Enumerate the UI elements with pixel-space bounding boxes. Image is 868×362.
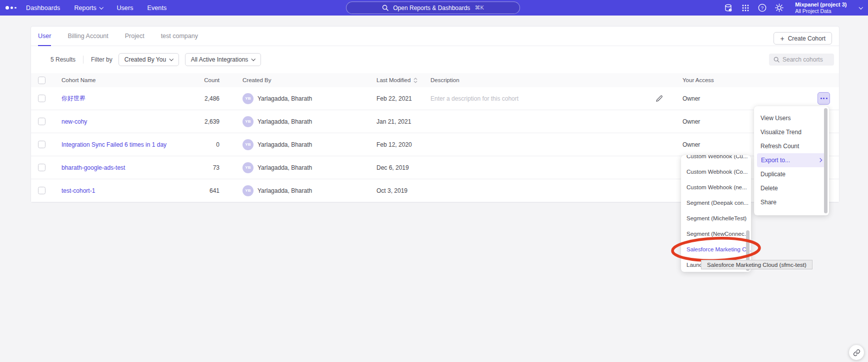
- row-checkbox[interactable]: [38, 141, 46, 148]
- salesforce-tooltip: Salesforce Marketing Cloud (sfmc-test): [701, 260, 812, 269]
- select-all-checkbox[interactable]: [38, 77, 46, 84]
- nav-dashboards-label: Dashboards: [26, 5, 60, 12]
- row-checkbox[interactable]: [38, 187, 46, 194]
- help-icon[interactable]: ?: [758, 4, 766, 12]
- pencil-icon[interactable]: [655, 87, 663, 110]
- nav-events-label: Events: [148, 5, 167, 12]
- last-modified-value: Feb 12, 2020: [376, 133, 412, 156]
- avatar: YB: [242, 162, 254, 173]
- table-row[interactable]: 你好世界 2,486 YB Yarlagadda, Bharath Feb 22…: [31, 87, 839, 110]
- cohort-count: 0: [174, 133, 220, 156]
- menu-item-share[interactable]: Share: [754, 195, 829, 209]
- menu-item-visualize-trend[interactable]: Visualize Trend: [754, 125, 829, 139]
- integrations-filter-label: All Active Integrations: [191, 56, 248, 63]
- chevron-down-icon: [858, 5, 862, 9]
- link-icon: [853, 349, 860, 356]
- last-modified-value: Feb 22, 2021: [376, 87, 412, 110]
- cohort-tabs: User Billing Account Project test compan…: [31, 27, 839, 46]
- col-description: Description: [430, 73, 460, 87]
- plus-icon: +: [780, 35, 784, 43]
- search-cohorts-input[interactable]: Search cohorts: [769, 54, 834, 66]
- col-last-modified[interactable]: Last Modified: [376, 73, 418, 87]
- table-row[interactable]: Integration Sync Failed 6 times in 1 day…: [31, 133, 839, 156]
- access-value: Owner: [682, 133, 700, 156]
- cohort-name-link[interactable]: test-cohort-1: [62, 179, 95, 202]
- access-value: Owner: [682, 87, 700, 110]
- divider: [83, 56, 84, 64]
- description-placeholder[interactable]: Enter a description for this cohort: [430, 87, 518, 110]
- tab-project[interactable]: Project: [125, 27, 144, 46]
- last-modified-value: Jan 21, 2021: [376, 110, 411, 133]
- menu-item-export-to[interactable]: Export to...: [757, 153, 826, 167]
- project-selector[interactable]: Mixpanel (project 3) All Project Data: [795, 2, 846, 14]
- submenu-item-segment-1[interactable]: Segment (Deepak con...: [681, 195, 751, 211]
- tab-project-label: Project: [125, 33, 144, 40]
- cohort-count: 73: [174, 156, 220, 179]
- create-cohort-button[interactable]: + Create Cohort: [774, 32, 832, 45]
- global-search-bar[interactable]: Open Reports & Dashboards ⌘K: [346, 2, 520, 14]
- cohort-count: 641: [174, 179, 220, 202]
- integrations-filter[interactable]: All Active Integrations: [185, 53, 261, 66]
- tab-user[interactable]: User: [38, 27, 51, 46]
- top-navbar: Dashboards Reports Users Events Open Rep…: [0, 0, 868, 16]
- last-modified-value: Oct 3, 2019: [376, 179, 408, 202]
- submenu-item-custom-webhook-2[interactable]: Custom Webhook (Co...: [681, 164, 751, 180]
- created-by-value: Yarlagadda, Bharath: [258, 179, 312, 202]
- row-checkbox[interactable]: [38, 164, 46, 171]
- cohort-name-link[interactable]: Integration Sync Failed 6 times in 1 day: [62, 133, 166, 156]
- submenu-item-segment-2[interactable]: Segment (MichelleTest): [681, 211, 751, 226]
- submenu-item-custom-webhook-1[interactable]: Custom Webhook (Cu...: [681, 155, 751, 164]
- menu-item-refresh-count[interactable]: Refresh Count: [754, 139, 829, 153]
- table-header: Cohort Name Count Created By Last Modifi…: [31, 73, 839, 87]
- cohort-count: 2,486: [174, 87, 220, 110]
- table-row[interactable]: new-cohy 2,639 YB Yarlagadda, Bharath Ja…: [31, 110, 839, 133]
- create-cohort-label: Create Cohort: [788, 35, 826, 42]
- data-management-icon[interactable]: [724, 4, 732, 12]
- nav-reports-label: Reports: [74, 5, 96, 12]
- row-actions-ellipsis-button[interactable]: [818, 92, 830, 105]
- tab-billing-account[interactable]: Billing Account: [68, 27, 108, 46]
- gear-icon[interactable]: [775, 4, 784, 12]
- apps-grid-icon[interactable]: [741, 4, 750, 12]
- mixpanel-logo-icon[interactable]: [6, 6, 16, 10]
- export-submenu: Custom Webhook (Cu... Custom Webhook (Co…: [681, 155, 751, 272]
- row-actions-menu: View Users Visualize Trend Refresh Count…: [754, 106, 829, 215]
- avatar: YB: [242, 93, 254, 104]
- menu-item-view-users[interactable]: View Users: [754, 111, 829, 125]
- created-by-filter-label: Created By You: [124, 56, 166, 63]
- nav-events[interactable]: Events: [148, 5, 167, 12]
- created-by-value: Yarlagadda, Bharath: [258, 133, 312, 156]
- nav-users[interactable]: Users: [116, 5, 133, 12]
- col-count: Count: [174, 73, 220, 87]
- row-checkbox[interactable]: [38, 118, 46, 125]
- tab-test-company-label: test company: [161, 33, 198, 40]
- nav-dashboards[interactable]: Dashboards: [26, 5, 60, 12]
- submenu-item-salesforce-marketing-cloud[interactable]: Salesforce Marketing C...: [681, 242, 751, 257]
- share-link-button[interactable]: [849, 345, 864, 360]
- cohorts-toolbar: 5 Results Filter by Created By You All A…: [31, 46, 839, 73]
- filter-by-label: Filter by: [91, 56, 112, 63]
- project-name: Mixpanel (project 3): [795, 2, 846, 8]
- created-by-value: Yarlagadda, Bharath: [258, 110, 312, 133]
- cohort-name-link[interactable]: new-cohy: [62, 110, 87, 133]
- submenu-item-custom-webhook-3[interactable]: Custom Webhook (ne...: [681, 180, 751, 195]
- cohort-name-link[interactable]: bharath-google-ads-test: [62, 156, 125, 179]
- chevron-right-icon: [818, 158, 822, 162]
- created-by-filter[interactable]: Created By You: [118, 53, 179, 66]
- submenu-item-segment-3[interactable]: Segment (NewConnec...: [681, 226, 751, 242]
- cohort-name-link[interactable]: 你好世界: [62, 87, 86, 110]
- search-cohorts-placeholder: Search cohorts: [782, 56, 823, 63]
- menu-item-delete[interactable]: Delete: [754, 181, 829, 195]
- sort-icon: [414, 78, 418, 83]
- nav-reports[interactable]: Reports: [74, 5, 102, 12]
- tab-test-company[interactable]: test company: [161, 27, 198, 46]
- menu-item-duplicate[interactable]: Duplicate: [754, 167, 829, 181]
- tab-billing-label: Billing Account: [68, 33, 108, 40]
- project-scope: All Project Data: [795, 8, 846, 14]
- menu-scrollbar[interactable]: [824, 108, 828, 213]
- avatar: YB: [242, 116, 254, 127]
- row-checkbox[interactable]: [38, 95, 46, 102]
- created-by-value: Yarlagadda, Bharath: [258, 156, 312, 179]
- chevron-down-icon: [100, 5, 104, 9]
- created-by-value: Yarlagadda, Bharath: [258, 87, 312, 110]
